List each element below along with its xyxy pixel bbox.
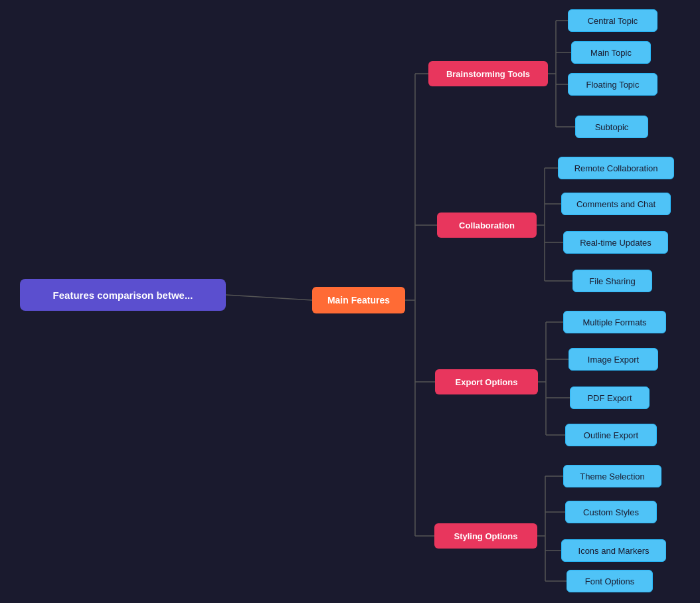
main-features-node[interactable]: Main Features <box>312 287 405 313</box>
leaf-multiple-formats[interactable]: Multiple Formats <box>563 311 666 333</box>
root-node[interactable]: Features comparison betwe... <box>20 279 226 311</box>
leaf-image-export[interactable]: Image Export <box>569 348 658 371</box>
leaf-central-topic[interactable]: Central Topic <box>568 9 657 32</box>
leaf-comments-and-chat[interactable]: Comments and Chat <box>561 193 671 215</box>
cat-export[interactable]: Export Options <box>435 369 538 394</box>
leaf-font-options[interactable]: Font Options <box>567 570 653 592</box>
cat-brainstorming[interactable]: Brainstorming Tools <box>428 61 548 86</box>
leaf-file-sharing[interactable]: File Sharing <box>572 270 652 292</box>
mind-map-container: Features comparison betwe...Main Feature… <box>0 0 700 603</box>
leaf-remote-collaboration[interactable]: Remote Collaboration <box>558 157 674 179</box>
cat-styling[interactable]: Styling Options <box>434 523 537 549</box>
leaf-main-topic[interactable]: Main Topic <box>571 41 651 64</box>
cat-collaboration[interactable]: Collaboration <box>437 213 537 238</box>
leaf-outline-export[interactable]: Outline Export <box>565 424 657 446</box>
leaf-icons-and-markers[interactable]: Icons and Markers <box>561 539 666 562</box>
leaf-theme-selection[interactable]: Theme Selection <box>563 465 661 487</box>
leaf-real-time-updates[interactable]: Real-time Updates <box>563 231 668 254</box>
leaf-subtopic[interactable]: Subtopic <box>575 116 648 138</box>
leaf-custom-styles[interactable]: Custom Styles <box>565 501 657 523</box>
leaf-floating-topic[interactable]: Floating Topic <box>568 73 657 96</box>
leaf-pdf-export[interactable]: PDF Export <box>570 387 650 409</box>
